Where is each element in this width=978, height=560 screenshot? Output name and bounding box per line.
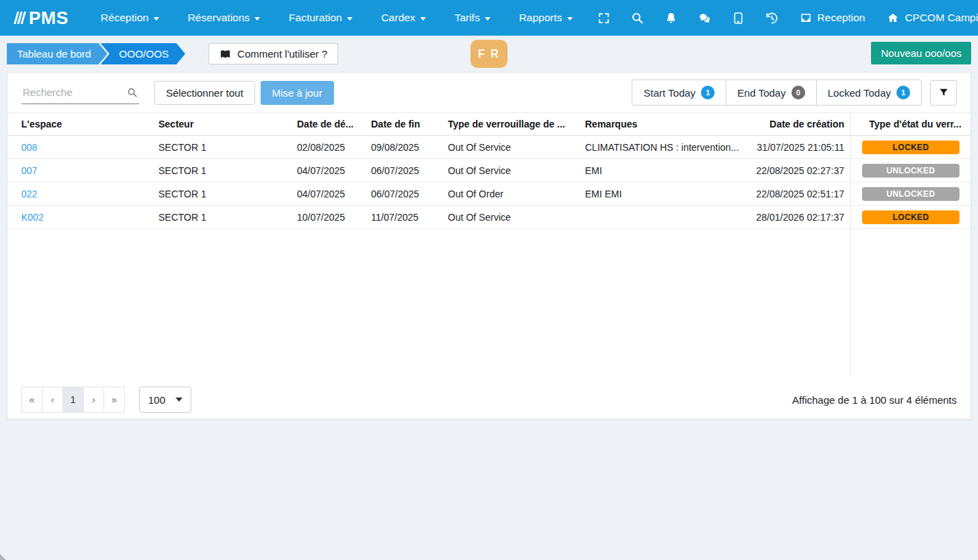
page-header: Tableau de bord OOO/OOS Comment l'utilis… [0,36,978,72]
reception-desk-selector[interactable]: Reception [789,12,876,24]
created-cell: 28/01/2026 02:17:37 [750,212,851,223]
breadcrumb-current[interactable]: OOO/OOS [101,43,186,64]
col-header-etat-verrouillage[interactable]: Type d'état du verr... [851,113,970,135]
col-header-espace[interactable]: L'espace [21,113,158,135]
first-page-button[interactable]: « [21,387,43,413]
end-date-cell: 11/07/2025 [371,212,448,223]
col-header-date-debut[interactable]: Date de dé... [297,113,371,135]
search-box [21,81,139,104]
prev-page-button[interactable]: ‹ [42,387,63,413]
chevron-down-icon [567,17,573,21]
results-summary: Affichage de 1 à 100 sur 4 éléments [792,394,957,406]
pagination-bar: « ‹ 1 › » 100 Affichage de 1 à 100 sur 4… [21,387,957,413]
page-size-value: 100 [148,394,165,406]
menu-reception[interactable]: Réception [86,0,174,36]
page-size-select[interactable]: 100 [139,387,191,413]
remarks-cell: EMI [585,165,750,176]
last-page-button[interactable]: » [104,387,125,413]
status-badge: LOCKED [862,210,959,224]
chevron-down-icon [347,17,353,21]
space-link[interactable]: 008 [21,142,37,153]
sector-cell: SECTOR 1 [158,165,297,176]
created-cell: 31/07/2025 21:05:11 [750,142,851,153]
bell-icon [665,12,678,25]
space-link[interactable]: K002 [21,212,44,223]
col-header-date-creation[interactable]: Date de création [750,113,851,135]
lock-type-cell: Out Of Service [448,165,585,176]
top-navbar: PMS Réception Réservations Facturation C… [0,0,978,36]
lock-type-cell: Out Of Service [448,142,585,153]
home-icon [887,12,899,24]
quick-filter-group: Start Today 1 End Today 0 Locked Today 1 [632,80,922,106]
end-date-cell: 09/08/2025 [371,142,448,153]
breadcrumb-dashboard[interactable]: Tableau de bord [7,43,108,64]
col-header-type-verrouillage[interactable]: Type de verrouillage de ... [448,113,585,135]
end-today-count: 0 [791,86,805,99]
advanced-filter-button[interactable] [930,80,957,106]
sector-cell: SECTOR 1 [158,188,297,199]
filter-start-today[interactable]: Start Today 1 [632,80,726,106]
space-link[interactable]: 022 [21,188,37,199]
next-page-button[interactable]: › [83,387,104,413]
table-row: 022 SECTOR 1 04/07/2025 06/07/2025 Out O… [8,182,970,206]
col-header-secteur[interactable]: Secteur [158,113,297,135]
update-button[interactable]: Mise à jour [261,81,334,105]
table-body: 008 SECTOR 1 02/08/2025 09/08/2025 Out O… [8,136,970,229]
menu-cardex[interactable]: Cardex [367,0,440,36]
search-icon [127,87,138,98]
start-date-cell: 04/07/2025 [297,188,371,199]
locked-today-count: 1 [896,86,910,99]
select-all-button[interactable]: Sélectionner tout [154,81,255,105]
tablet-icon [732,12,745,25]
col-header-remarques[interactable]: Remarques [585,113,750,135]
logo-stripes-icon [11,9,27,27]
fullscreen-button[interactable] [587,0,621,36]
space-link[interactable]: 007 [21,165,37,176]
fullscreen-icon [597,12,610,25]
messages-button[interactable] [688,0,721,36]
notifications-button[interactable] [654,0,688,36]
created-cell: 22/08/2025 02:51:17 [750,188,851,199]
status-badge: UNLOCKED [862,187,959,201]
menu-rapports[interactable]: Rapports [505,0,587,36]
sector-cell: SECTOR 1 [158,212,297,223]
end-date-cell: 06/07/2025 [371,165,448,176]
table-toolbar: Sélectionner tout Mise à jour Start Toda… [8,73,970,112]
search-input[interactable] [21,81,139,104]
sector-cell: SECTOR 1 [158,142,297,153]
language-badge[interactable]: F R [470,40,508,68]
current-page-button[interactable]: 1 [62,387,84,413]
new-ooo-oos-button[interactable]: Nouveau ooo/oos [871,42,971,64]
property-selector[interactable]: CPCOM Camping d... [876,12,978,24]
filter-funnel-icon [938,87,949,98]
search-button[interactable] [621,0,654,36]
reception-label: Reception [818,12,866,24]
menu-reservations[interactable]: Réservations [174,0,274,36]
inbox-icon [800,12,812,24]
chevron-down-icon [420,17,426,21]
menu-facturation[interactable]: Facturation [274,0,367,36]
history-icon [765,12,778,25]
book-icon [219,48,231,60]
status-badge: LOCKED [862,141,959,154]
filter-locked-today[interactable]: Locked Today 1 [816,80,922,106]
column-divider [850,112,851,377]
chevron-down-icon [154,17,159,21]
filter-end-today[interactable]: End Today 0 [726,80,817,106]
chevron-down-icon [485,17,490,21]
app-logo[interactable]: PMS [11,8,69,29]
corner-artifact [0,554,6,560]
logo-text: PMS [29,8,69,29]
col-header-date-fin[interactable]: Date de fin [371,113,448,135]
menu-tarifs[interactable]: Tarifs [440,0,505,36]
status-badge: UNLOCKED [862,164,959,178]
start-date-cell: 10/07/2025 [297,212,371,223]
history-button[interactable] [755,0,789,36]
mobile-device-button[interactable] [721,0,755,36]
help-button-label: Comment l'utiliser ? [237,48,327,60]
help-button[interactable]: Comment l'utiliser ? [208,43,338,64]
navbar-right: Reception CPCOM Camping d... AD [587,0,978,36]
main-menu: Réception Réservations Facturation Carde… [86,0,587,36]
chat-icon [698,12,711,25]
chevron-down-icon [176,398,182,402]
